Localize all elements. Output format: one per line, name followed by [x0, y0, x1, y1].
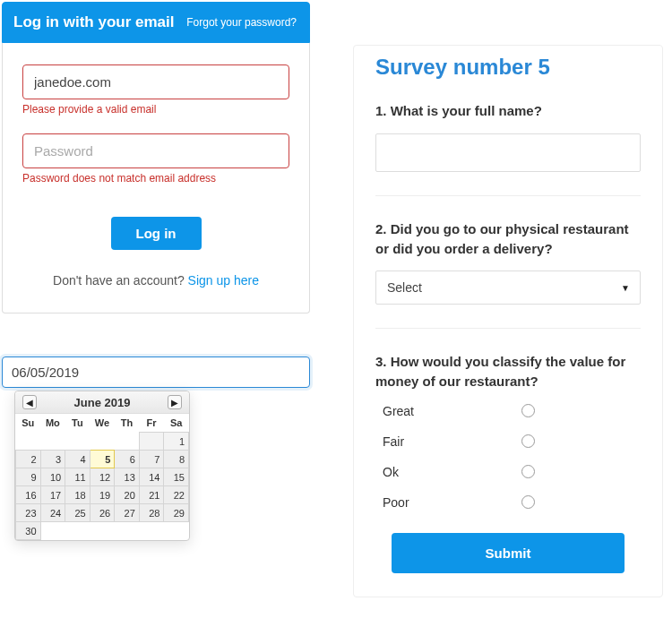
radio-input[interactable]: [521, 434, 535, 448]
calendar-day[interactable]: 4: [65, 451, 90, 468]
login-header: Log in with your email Forgot your passw…: [2, 2, 310, 43]
radio-row: Fair: [383, 434, 535, 449]
calendar-next-button[interactable]: ▶: [168, 395, 182, 409]
calendar-day[interactable]: 10: [40, 468, 65, 486]
radio-label: Poor: [383, 495, 409, 510]
caret-right-icon: ▶: [171, 398, 178, 408]
survey-title: Survey number 5: [375, 46, 641, 101]
date-input[interactable]: [2, 356, 310, 388]
calendar-day[interactable]: 19: [90, 486, 115, 504]
calendar-day[interactable]: 7: [139, 451, 164, 468]
question2-select[interactable]: Select: [375, 271, 641, 305]
date-section: ◀ June 2019 ▶ SuMoTuWeThFrSa 12345678910…: [2, 356, 310, 388]
calendar-day[interactable]: 16: [16, 486, 41, 504]
calendar-popover: ◀ June 2019 ▶ SuMoTuWeThFrSa 12345678910…: [14, 391, 190, 541]
radio-input[interactable]: [521, 465, 535, 478]
question1-label: 1. What is your full name?: [375, 101, 641, 121]
calendar-day[interactable]: 15: [164, 468, 189, 486]
survey-question-1: 1. What is your full name?: [375, 101, 641, 196]
calendar-day[interactable]: 3: [40, 451, 65, 468]
calendar-blank: [115, 433, 140, 451]
survey-question-2: 2. Did you go to our physical restaurant…: [375, 219, 641, 330]
calendar-day[interactable]: 1: [164, 433, 189, 451]
calendar-weekday: Fr: [139, 414, 164, 433]
calendar-day[interactable]: 21: [139, 486, 164, 504]
password-error: Password does not match email address: [22, 172, 289, 185]
signup-prompt: Don't have an account?: [53, 273, 188, 288]
login-title: Log in with your email: [13, 13, 174, 31]
email-field-wrap: Please provide a valid email: [22, 64, 289, 116]
radio-input[interactable]: [521, 404, 535, 417]
calendar-day[interactable]: 9: [16, 468, 41, 486]
calendar-day[interactable]: 25: [65, 504, 90, 522]
forgot-password-link[interactable]: Forgot your password?: [186, 16, 297, 29]
calendar-blank: [40, 433, 65, 451]
calendar-day[interactable]: 30: [16, 522, 41, 540]
calendar-day[interactable]: 13: [115, 468, 140, 486]
calendar-blank: [139, 433, 164, 451]
login-card: Log in with your email Forgot your passw…: [2, 2, 310, 314]
email-error: Please provide a valid email: [22, 103, 289, 116]
calendar-weekday: Mo: [40, 414, 65, 433]
radio-row: Poor: [383, 495, 535, 510]
calendar-header: ◀ June 2019 ▶: [15, 391, 189, 414]
calendar-day[interactable]: 29: [164, 504, 189, 522]
calendar-blank: [16, 433, 41, 451]
calendar-day[interactable]: 20: [115, 486, 140, 504]
login-button[interactable]: Log in: [111, 217, 202, 250]
radio-input[interactable]: [521, 495, 535, 509]
radio-label: Great: [383, 404, 414, 418]
calendar-blank: [90, 433, 115, 451]
radio-row: Great: [383, 404, 535, 418]
password-field-wrap: Password does not match email address: [22, 133, 289, 185]
survey-question-3: 3. How would you classify the value for …: [375, 352, 641, 510]
calendar-day[interactable]: 17: [40, 486, 65, 504]
radio-label: Ok: [383, 465, 399, 479]
calendar-weekday: Sa: [164, 414, 189, 433]
radio-label: Fair: [383, 434, 404, 449]
caret-left-icon: ◀: [26, 398, 33, 408]
calendar-weekday: Th: [115, 414, 140, 433]
calendar-day[interactable]: 18: [65, 486, 90, 504]
calendar-day[interactable]: 6: [115, 451, 140, 468]
email-input[interactable]: [22, 64, 289, 99]
calendar-month-label: June 2019: [74, 396, 131, 409]
calendar-day[interactable]: 28: [139, 504, 164, 522]
calendar-day[interactable]: 27: [115, 504, 140, 522]
question1-input[interactable]: [375, 133, 641, 172]
survey-card: Survey number 5 1. What is your full nam…: [353, 45, 663, 597]
calendar-day[interactable]: 23: [16, 504, 41, 522]
calendar-day[interactable]: 22: [164, 486, 189, 504]
calendar-weekday: We: [90, 414, 115, 433]
signup-row: Don't have an account? Sign up here: [22, 273, 289, 288]
question3-label: 3. How would you classify the value for …: [375, 352, 641, 391]
calendar-day[interactable]: 11: [65, 468, 90, 486]
calendar-day[interactable]: 14: [139, 468, 164, 486]
password-input[interactable]: [22, 133, 289, 168]
calendar-prev-button[interactable]: ◀: [22, 395, 37, 409]
calendar-day[interactable]: 5: [90, 451, 115, 468]
submit-button[interactable]: Submit: [392, 533, 625, 573]
question2-label: 2. Did you go to our physical restaurant…: [375, 219, 641, 259]
calendar-day[interactable]: 24: [40, 504, 65, 522]
calendar-day[interactable]: 26: [90, 504, 115, 522]
calendar-weekday: Su: [16, 414, 41, 433]
calendar-weekday: Tu: [65, 414, 90, 433]
radio-row: Ok: [383, 465, 535, 479]
signup-link[interactable]: Sign up here: [188, 273, 259, 288]
calendar-grid: SuMoTuWeThFrSa 1234567891011121314151617…: [15, 414, 189, 540]
calendar-blank: [65, 433, 90, 451]
calendar-day[interactable]: 2: [16, 451, 41, 468]
calendar-day[interactable]: 12: [90, 468, 115, 486]
calendar-day[interactable]: 8: [164, 451, 189, 468]
